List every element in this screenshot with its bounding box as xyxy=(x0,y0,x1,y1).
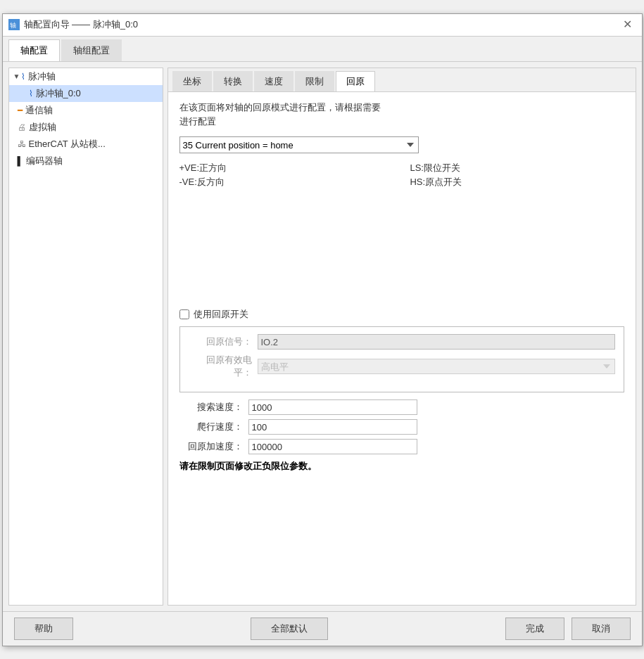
sub-tab-limit[interactable]: 限制 xyxy=(295,71,334,91)
virtual-icon: 🖨 xyxy=(18,122,26,132)
mode-dropdown[interactable]: 35 Current position = home xyxy=(179,136,419,153)
sub-tab-coord[interactable]: 坐标 xyxy=(172,71,212,91)
sub-tab-bar: 坐标 转换 速度 限制 回原 xyxy=(168,68,636,92)
pulse-icon: ⌇ xyxy=(21,72,25,82)
tree-root-label: 脉冲轴 xyxy=(28,70,56,83)
main-content: ▼ ⌇ 脉冲轴 ⌇ 脉冲轴_0:0 ━ 通信轴 🖨 虚拟轴 🖧 Et xyxy=(3,62,642,611)
accel-label: 回原加速度： xyxy=(179,440,243,453)
signal-label: 回原信号： xyxy=(189,335,252,348)
ethercat-icon: 🖧 xyxy=(18,139,26,149)
comm-icon: ━ xyxy=(18,105,23,115)
accel-row: 回原加速度： xyxy=(179,439,624,454)
sub-tab-speed[interactable]: 速度 xyxy=(254,71,293,91)
signal-input[interactable] xyxy=(258,334,615,350)
info-val-0: LS:限位开关 xyxy=(410,162,624,174)
cancel-button[interactable]: 取消 xyxy=(572,618,631,640)
crawl-speed-input[interactable] xyxy=(248,419,417,435)
use-home-switch-checkbox[interactable] xyxy=(179,309,189,319)
tree-item-root[interactable]: ▼ ⌇ 脉冲轴 xyxy=(9,68,163,85)
tree-item-ethercat-label: EtherCAT 从站模... xyxy=(29,138,106,151)
speed-section: 搜索速度： 爬行速度： 回原加速度： xyxy=(179,399,624,454)
level-row: 回原有效电平： 高电平 xyxy=(189,354,615,379)
search-speed-label: 搜索速度： xyxy=(179,401,243,414)
search-speed-row: 搜索速度： xyxy=(179,399,624,415)
accel-input[interactable] xyxy=(248,439,417,454)
homing-checkbox-row: 使用回原开关 xyxy=(179,308,624,321)
content-spacer xyxy=(179,203,624,308)
svg-text:轴: 轴 xyxy=(10,22,16,29)
use-home-switch-label: 使用回原开关 xyxy=(194,308,248,321)
main-tab-bar: 轴配置 轴组配置 xyxy=(3,37,642,62)
bottom-center-buttons: 全部默认 xyxy=(251,618,328,640)
info-key-0: +VE:正方向 xyxy=(179,162,389,174)
tab-group-config[interactable]: 轴组配置 xyxy=(61,39,122,61)
tree-item-pulse-child[interactable]: ⌇ 脉冲轴_0:0 xyxy=(9,85,163,102)
signal-row: 回原信号： xyxy=(189,334,615,350)
close-button[interactable]: ✕ xyxy=(619,18,636,32)
desc-line2: 进行配置 xyxy=(179,116,216,127)
encoder-icon: ▌ xyxy=(18,156,24,166)
pulse-child-icon: ⌇ xyxy=(29,89,33,98)
homing-group-box: 回原信号： 回原有效电平： 高电平 xyxy=(179,326,624,392)
app-icon: 轴 xyxy=(8,19,20,30)
tree-item-ethercat[interactable]: 🖧 EtherCAT 从站模... xyxy=(9,136,163,153)
search-speed-input[interactable] xyxy=(248,399,417,415)
main-window: 轴 轴配置向导 —— 脉冲轴_0:0 ✕ 轴配置 轴组配置 ▼ ⌇ 脉冲轴 ⌇ … xyxy=(2,13,643,646)
level-select[interactable]: 高电平 xyxy=(258,359,615,374)
tree-toggle-root: ▼ xyxy=(13,72,20,80)
title-text: 轴配置向导 —— 脉冲轴_0:0 xyxy=(24,18,619,31)
title-bar: 轴 轴配置向导 —— 脉冲轴_0:0 ✕ xyxy=(3,14,642,37)
sub-tab-convert[interactable]: 转换 xyxy=(213,71,253,91)
right-content-area: 在该页面将对轴的回原模式进行配置，请根据需要 进行配置 35 Current p… xyxy=(168,92,636,605)
info-grid: +VE:正方向 LS:限位开关 -VE:反方向 HS:原点开关 xyxy=(179,162,624,188)
description-text: 在该页面将对轴的回原模式进行配置，请根据需要 进行配置 xyxy=(179,101,624,130)
crawl-speed-label: 爬行速度： xyxy=(179,421,243,433)
bottom-right-buttons: 完成 取消 xyxy=(505,618,631,640)
desc-line1: 在该页面将对轴的回原模式进行配置，请根据需要 xyxy=(179,102,381,113)
note-text: 请在限制页面修改正负限位参数。 xyxy=(179,460,624,473)
level-label: 回原有效电平： xyxy=(189,354,252,379)
bottom-bar: 帮助 全部默认 完成 取消 xyxy=(3,611,642,646)
sub-tab-home[interactable]: 回原 xyxy=(336,71,375,91)
bottom-left-buttons: 帮助 xyxy=(14,618,73,640)
tree-item-comm[interactable]: ━ 通信轴 xyxy=(9,102,163,119)
info-key-1: -VE:反方向 xyxy=(179,176,389,188)
homing-section: 使用回原开关 回原信号： 回原有效电平： 高电平 xyxy=(179,308,624,473)
right-panel: 坐标 转换 速度 限制 回原 在该页面将对轴的回原模式进行配置，请根据需要 进行… xyxy=(168,68,636,606)
help-button[interactable]: 帮助 xyxy=(14,618,73,640)
left-tree-panel: ▼ ⌇ 脉冲轴 ⌇ 脉冲轴_0:0 ━ 通信轴 🖨 虚拟轴 🖧 Et xyxy=(8,68,163,606)
finish-button[interactable]: 完成 xyxy=(505,618,564,640)
info-val-1: HS:原点开关 xyxy=(410,176,624,188)
default-button[interactable]: 全部默认 xyxy=(251,618,328,640)
tree-item-encoder[interactable]: ▌ 编码器轴 xyxy=(9,153,163,169)
tree-item-encoder-label: 编码器轴 xyxy=(26,155,63,167)
tree-item-virtual[interactable]: 🖨 虚拟轴 xyxy=(9,119,163,136)
tree-item-pulse-child-label: 脉冲轴_0:0 xyxy=(36,87,81,100)
tree-item-virtual-label: 虚拟轴 xyxy=(29,121,56,134)
crawl-speed-row: 爬行速度： xyxy=(179,419,624,435)
mode-dropdown-row: 35 Current position = home xyxy=(179,136,624,153)
tree-item-comm-label: 通信轴 xyxy=(25,104,53,117)
tab-axis-config[interactable]: 轴配置 xyxy=(8,39,60,61)
